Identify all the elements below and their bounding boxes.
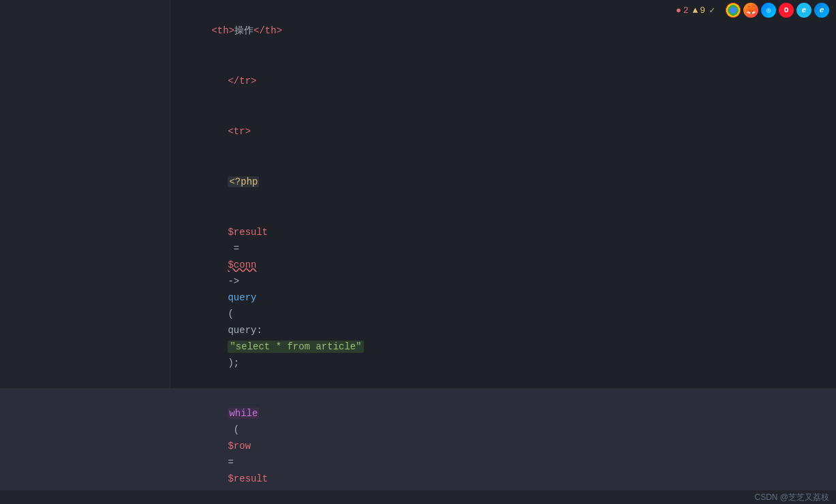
top-bar: ● 2 ▲ 9 ✓ 🦊 ◎ O e e <box>669 0 836 20</box>
code-line-3: <tr> <box>0 106 836 157</box>
error-badge: ● 2 <box>676 5 689 16</box>
chrome-icon[interactable] <box>726 3 741 18</box>
bottom-label: CSDN @芝芝又荔枝 <box>754 492 829 503</box>
warning-badge: ▲ 9 <box>693 5 706 16</box>
firefox-icon[interactable]: 🦊 <box>743 3 758 18</box>
code-line-4: <?php <box>0 157 836 207</box>
line-content-1: <th>操作</th> <box>0 6 282 55</box>
code-line-2: </tr> <box>0 56 836 106</box>
safari-icon[interactable]: ◎ <box>761 3 776 18</box>
code-line-6: while ( $row = $result -> fetch_assoc ()… <box>0 388 836 490</box>
opera-icon[interactable]: O <box>779 3 794 18</box>
edge-icon[interactable]: e <box>814 3 829 18</box>
line-content-6: while ( $row = $result -> fetch_assoc ()… <box>0 389 836 490</box>
bottom-bar: CSDN @芝芝又荔枝 <box>0 490 836 504</box>
line-content-2: </tr> <box>0 57 256 106</box>
browser-icons: 🦊 ◎ O e e <box>726 3 829 18</box>
error-icon: ● <box>676 5 681 16</box>
warning-icon: ▲ <box>693 5 698 16</box>
line-content-5: $result = $conn -> query ( query: "selec… <box>0 208 364 388</box>
warning-count: 9 <box>700 5 705 16</box>
code-area: <th>操作</th> </tr> <tr> <?php $result = $… <box>0 0 836 490</box>
line-content-3: <tr> <box>0 107 251 156</box>
ie-icon[interactable]: e <box>796 3 811 18</box>
check-badge: ✓ <box>709 5 715 16</box>
line-content-4: <?php <box>0 157 259 206</box>
error-count: 2 <box>683 5 689 16</box>
code-line-5: $result = $conn -> query ( query: "selec… <box>0 207 836 388</box>
